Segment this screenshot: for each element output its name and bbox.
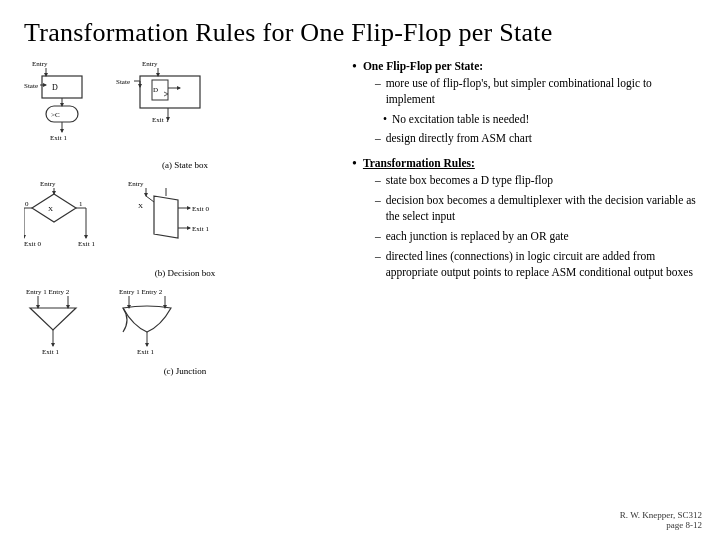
- svg-text:X: X: [138, 202, 143, 210]
- svg-text:D: D: [52, 83, 58, 92]
- sub5-dash: –: [375, 228, 381, 245]
- bullet-1-sub2-text: design directly from ASM chart: [386, 130, 532, 147]
- bullet-2-sub1-text: state box becomes a D type flip-flop: [386, 172, 553, 189]
- svg-text:1: 1: [79, 200, 83, 208]
- diagram-row-state: Entry State D >C: [24, 58, 334, 150]
- diagrams-column: Entry State D >C: [24, 58, 334, 528]
- svg-text:Exit 0: Exit 0: [24, 240, 41, 248]
- svg-text:Exit 1: Exit 1: [192, 225, 209, 233]
- bullet-1-content: One Flip-Flop per State: – more use of f…: [363, 58, 696, 149]
- bullet-1-dot: •: [352, 59, 357, 76]
- bullet-2-sub3-text: each junction is replaced by an OR gate: [386, 228, 569, 245]
- state-box-after: Entry State D: [116, 58, 221, 150]
- diagram-row-junction: Entry 1 Entry 2 Exit 1: [24, 286, 334, 356]
- sub1-dash: –: [375, 75, 381, 92]
- junction-caption: (c) Junction: [36, 366, 334, 376]
- svg-text:Exit 1: Exit 1: [42, 348, 59, 356]
- svg-text:D: D: [153, 86, 158, 94]
- sub3-dash: –: [375, 172, 381, 189]
- page-title: Transformation Rules for One Flip-Flop p…: [24, 18, 696, 48]
- svg-text:State: State: [116, 78, 130, 86]
- svg-rect-4: [42, 76, 82, 98]
- content-area: Entry State D >C: [24, 58, 696, 528]
- state-box-before: Entry State D >C: [24, 58, 112, 150]
- bullet-2-sub4-text: directed lines (connections) in logic ci…: [386, 248, 696, 281]
- sub2-dash: –: [375, 130, 381, 147]
- bullet-1-sub1-sub1: • No excitation table is needed!: [383, 111, 696, 128]
- footer-line2: page 8-12: [620, 520, 702, 530]
- svg-text:Entry 1  Entry 2: Entry 1 Entry 2: [26, 288, 70, 296]
- bullet-2-sub2: – decision box becomes a demultiplexer w…: [375, 192, 696, 225]
- state-box-caption: (a) State box: [36, 160, 334, 170]
- bullet-1-sub1: – more use of flip-flop's, but simpler c…: [375, 75, 696, 108]
- bullet-1-sub1-text: more use of flip-flop's, but simpler com…: [386, 75, 696, 108]
- bullet-1-sub1-sub1-text: No excitation table is needed!: [392, 111, 529, 128]
- footer-line1: R. W. Knepper, SC312: [620, 510, 702, 520]
- bullet-2-sub3: – each junction is replaced by an OR gat…: [375, 228, 696, 245]
- svg-marker-37: [154, 196, 178, 238]
- bullet-1-label: One Flip-Flop per State:: [363, 60, 483, 72]
- svg-marker-47: [30, 308, 76, 330]
- svg-text:Entry: Entry: [40, 180, 56, 188]
- decision-box-caption: (b) Decision box: [36, 268, 334, 278]
- svg-rect-16: [140, 76, 200, 108]
- page: Transformation Rules for One Flip-Flop p…: [0, 0, 720, 540]
- bullet-2-sub1: – state box becomes a D type flip-flop: [375, 172, 696, 189]
- footer: R. W. Knepper, SC312 page 8-12: [620, 510, 702, 530]
- svg-text:Exit 1: Exit 1: [152, 116, 169, 124]
- sub4-dash: –: [375, 192, 381, 209]
- svg-text:Entry: Entry: [142, 60, 158, 68]
- svg-text:>C: >C: [51, 111, 60, 119]
- bullet-2-sub2-text: decision box becomes a demultiplexer wit…: [386, 192, 696, 225]
- sub6-dash: –: [375, 248, 381, 265]
- svg-marker-24: [32, 194, 76, 222]
- junction-after: Entry 1 Entry 2 Exit 1: [113, 286, 218, 356]
- sub1-sub1-bullet: •: [383, 111, 387, 128]
- svg-text:Exit 0: Exit 0: [192, 205, 209, 213]
- svg-text:State: State: [24, 82, 38, 90]
- bullet-2-label: Transformation Rules:: [363, 157, 475, 169]
- bullet-2-sub4: – directed lines (connections) in logic …: [375, 248, 696, 281]
- bullet-2: • Transformation Rules: – state box beco…: [352, 155, 696, 284]
- svg-text:Entry: Entry: [32, 60, 48, 68]
- svg-text:0: 0: [25, 200, 29, 208]
- decision-box-before: Entry X 0 Exit 0 1 Exit: [24, 178, 114, 258]
- svg-text:Exit 1: Exit 1: [78, 240, 95, 248]
- bullet-2-content: Transformation Rules: – state box become…: [363, 155, 696, 284]
- svg-text:Entry: Entry: [128, 180, 144, 188]
- svg-line-38: [146, 196, 154, 202]
- bullet-2-dot: •: [352, 156, 357, 173]
- decision-box-after: Entry X Exit 0 Exit 1: [118, 178, 228, 258]
- text-column: • One Flip-Flop per State: – more use of…: [334, 58, 696, 528]
- svg-text:Exit 1: Exit 1: [137, 348, 154, 356]
- svg-text:X: X: [48, 205, 53, 213]
- diagram-row-decision: Entry X 0 Exit 0 1 Exit: [24, 178, 334, 258]
- bullet-1: • One Flip-Flop per State: – more use of…: [352, 58, 696, 149]
- svg-text:Exit 1: Exit 1: [50, 134, 67, 142]
- svg-text:Entry 1  Entry 2: Entry 1 Entry 2: [119, 288, 163, 296]
- junction-before: Entry 1 Entry 2 Exit 1: [24, 286, 109, 356]
- bullet-1-sub2: – design directly from ASM chart: [375, 130, 696, 147]
